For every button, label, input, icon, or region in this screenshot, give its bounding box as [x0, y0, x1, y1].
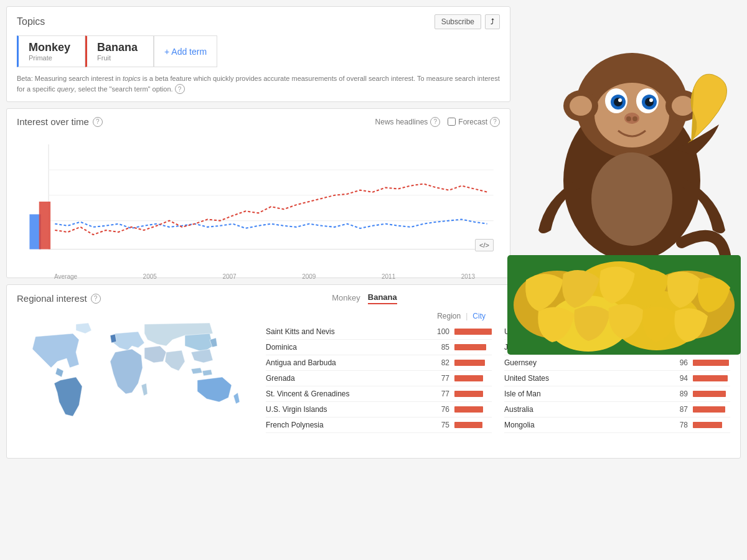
table-row: Antigua and Barbuda 82: [266, 355, 492, 371]
table-row: St. Vincent & Grenadines 77: [266, 386, 492, 402]
topics-section: Topics Subscribe ⤴ Monkey Primate Banana…: [6, 6, 510, 102]
chart-area: Average 2005 2007 2009 2011 2013 </>: [17, 133, 500, 270]
interest-header: Interest over time ? News headlines ? Fo…: [17, 116, 500, 127]
chart-labels: Average 2005 2007 2009 2011 2013: [17, 272, 500, 280]
topics-title: Topics: [17, 16, 45, 27]
left-data-table: Region | City Saint Kitts and Nevis 100 …: [266, 312, 492, 450]
table-row: Guernsey 96: [504, 355, 730, 371]
table-row: Dominica 85: [266, 340, 492, 355]
news-help-icon[interactable]: ?: [430, 117, 440, 127]
forecast-control: Forecast ?: [448, 117, 500, 127]
table-row: Mongolia 78: [504, 418, 730, 433]
interest-help-icon[interactable]: ?: [93, 117, 103, 127]
news-headlines-control: News headlines ?: [375, 117, 441, 127]
svg-point-16: [626, 116, 631, 121]
svg-point-4: [570, 96, 592, 116]
svg-point-13: [618, 98, 622, 102]
interest-title: Interest over time ?: [17, 116, 103, 127]
interest-controls: News headlines ? Forecast ?: [375, 117, 500, 127]
left-table-header: Region | City: [266, 312, 492, 320]
tab-banana-title: Banana: [97, 41, 143, 54]
beta-help-icon[interactable]: ?: [175, 84, 185, 94]
table-row: Grenada 77: [266, 371, 492, 386]
interest-chart: [17, 133, 500, 270]
tab-monkey[interactable]: Monkey Primate: [17, 35, 85, 67]
tab-banana[interactable]: Banana Fruit: [85, 35, 154, 67]
svg-point-14: [649, 98, 653, 102]
embed-button[interactable]: </>: [475, 239, 494, 251]
map-area: [17, 312, 253, 450]
svg-point-6: [672, 96, 694, 116]
table-row: United States 94: [504, 371, 730, 386]
tabs-row: Monkey Primate Banana Fruit + Add term: [17, 35, 500, 67]
rtab-monkey-left[interactable]: Monkey: [332, 293, 360, 304]
table-row: French Polynesia 75: [266, 418, 492, 433]
interest-section: Interest over time ? News headlines ? Fo…: [6, 108, 510, 278]
svg-point-18: [591, 152, 672, 246]
share-button[interactable]: ⤴: [485, 14, 500, 29]
topics-actions: Subscribe ⤴: [435, 14, 500, 29]
table-row: U.S. Virgin Islands 76: [266, 402, 492, 418]
tab-monkey-title: Monkey: [29, 41, 75, 54]
svg-point-17: [632, 116, 637, 121]
table-row: Isle of Man 89: [504, 386, 730, 402]
world-map: [17, 312, 253, 449]
monkey-image-area: [507, 6, 741, 355]
rtab-banana-left[interactable]: Banana: [368, 292, 397, 304]
svg-rect-31: [39, 202, 50, 250]
city-link-left[interactable]: City: [472, 312, 486, 320]
main-container: Topics Subscribe ⤴ Monkey Primate Banana…: [0, 0, 747, 560]
subscribe-button[interactable]: Subscribe: [435, 14, 481, 29]
topics-header: Topics Subscribe ⤴: [17, 14, 500, 29]
table-row: Saint Kitts and Nevis 100: [266, 324, 492, 340]
forecast-help-icon[interactable]: ?: [490, 117, 500, 127]
add-term-tab[interactable]: + Add term: [154, 35, 217, 67]
left-table-tabs: Monkey Banana: [332, 292, 397, 304]
regional-title: Regional interest ?: [17, 293, 101, 304]
tab-monkey-subtitle: Primate: [29, 54, 75, 62]
regional-help-icon[interactable]: ?: [91, 294, 101, 304]
table-row: Australia 87: [504, 402, 730, 418]
forecast-checkbox[interactable]: [448, 118, 456, 126]
tab-banana-subtitle: Fruit: [97, 54, 143, 62]
beta-note: Beta: Measuring search interest in topic…: [17, 73, 500, 94]
